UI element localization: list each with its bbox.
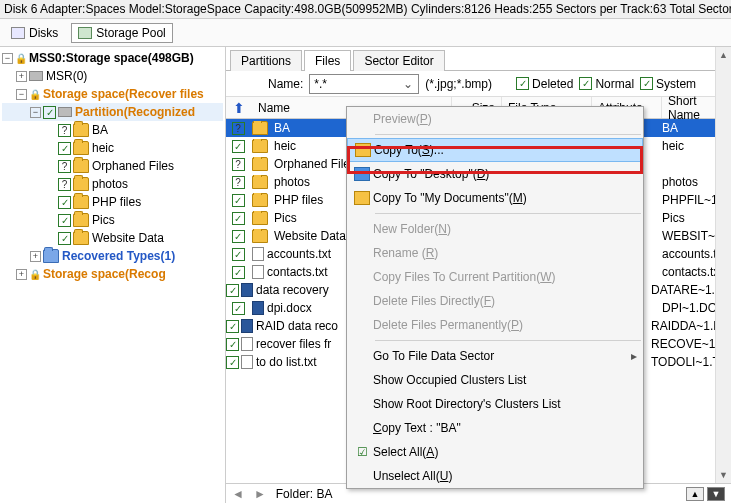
- tree-root[interactable]: −🔒MSS0:Storage space(498GB): [2, 49, 223, 67]
- disks-label: Disks: [29, 26, 58, 40]
- checkbox[interactable]: ✓: [232, 266, 245, 279]
- menu-show-occupied[interactable]: Show Occupied Clusters List: [347, 368, 643, 392]
- tree-partition[interactable]: −✓Partition(Recognized: [2, 103, 223, 121]
- checkbox[interactable]: ✓: [226, 338, 239, 351]
- file-name: Orphaned Files: [274, 157, 356, 171]
- folder-icon: [73, 195, 89, 209]
- tab-partitions[interactable]: Partitions: [230, 50, 302, 71]
- menu-rename: Rename (R): [347, 241, 643, 265]
- menu-select-all[interactable]: ☑Select All(A): [347, 440, 643, 464]
- checkbox[interactable]: ✓: [232, 194, 245, 207]
- next-icon[interactable]: ►: [254, 487, 266, 501]
- folder-icon: [73, 141, 89, 155]
- filter-bar: Name: *.*⌄ (*.jpg;*.bmp) ✓Deleted ✓Norma…: [226, 71, 731, 97]
- tree-item[interactable]: ✓Website Data: [2, 229, 223, 247]
- folder-icon: [252, 229, 268, 243]
- lock-icon: 🔒: [29, 89, 41, 100]
- checkbox[interactable]: ✓: [226, 320, 239, 333]
- tree-item[interactable]: ✓heic: [2, 139, 223, 157]
- chevron-down-icon: ⌄: [400, 77, 416, 91]
- checkbox[interactable]: ?: [58, 124, 71, 137]
- tab-sector-editor[interactable]: Sector Editor: [353, 50, 444, 71]
- name-filter-value: *.*: [314, 77, 327, 91]
- tab-files[interactable]: Files: [304, 50, 351, 71]
- system-check[interactable]: ✓System: [640, 77, 696, 91]
- sort-desc-button[interactable]: ▼: [707, 487, 725, 501]
- folder-icon: [355, 143, 371, 157]
- sort-asc-button[interactable]: ▲: [686, 487, 704, 501]
- disk-status-bar: Disk 6 Adapter:Spaces Model:StorageSpace…: [0, 0, 731, 19]
- file-icon: [241, 283, 253, 297]
- pool-icon: [78, 27, 92, 39]
- checkbox[interactable]: ✓: [232, 230, 245, 243]
- checkbox[interactable]: ?: [232, 122, 245, 135]
- menu-goto-sector[interactable]: Go To File Data Sector▸: [347, 344, 643, 368]
- folder-icon: [73, 123, 89, 137]
- file-name: Pics: [274, 211, 297, 225]
- checkbox[interactable]: ?: [232, 176, 245, 189]
- menu-copy-documents[interactable]: Copy To "My Documents"(M): [347, 186, 643, 210]
- partition-icon: [29, 71, 43, 81]
- checkbox[interactable]: ✓: [58, 142, 71, 155]
- tree-item[interactable]: ✓PHP files: [2, 193, 223, 211]
- tree-item-label: photos: [92, 177, 128, 191]
- bottom-folder-label: Folder: BA: [276, 487, 333, 501]
- checkbox[interactable]: ✓: [232, 140, 245, 153]
- tree-recovered-types[interactable]: +Recovered Types(1): [2, 247, 223, 265]
- menu-copy-text[interactable]: Copy Text : "BA": [347, 416, 643, 440]
- file-name: accounts.txt: [267, 247, 331, 261]
- checkbox[interactable]: ?: [58, 160, 71, 173]
- tree-recog[interactable]: +🔒Storage space(Recog: [2, 265, 223, 283]
- checkbox[interactable]: ✓: [232, 248, 245, 261]
- name-filter-combo[interactable]: *.*⌄: [309, 74, 419, 94]
- tree-item[interactable]: ?photos: [2, 175, 223, 193]
- scroll-up-icon[interactable]: ▲: [716, 47, 731, 63]
- tree-item-label: Pics: [92, 213, 115, 227]
- tree-recog-label: Storage space(Recog: [43, 267, 166, 281]
- menu-unselect-all[interactable]: Unselect All(U): [347, 464, 643, 488]
- checkbox[interactable]: ✓: [232, 212, 245, 225]
- checkbox[interactable]: ✓: [58, 196, 71, 209]
- checkbox[interactable]: ?: [232, 158, 245, 171]
- checkbox[interactable]: ✓: [226, 356, 239, 369]
- menu-copy-current: Copy Files To Current Partition(W): [347, 265, 643, 289]
- tree-item-label: heic: [92, 141, 114, 155]
- folder-icon: [252, 211, 268, 225]
- file-name: contacts.txt: [267, 265, 328, 279]
- scroll-down-icon[interactable]: ▼: [716, 467, 731, 483]
- deleted-check[interactable]: ✓Deleted: [516, 77, 573, 91]
- prev-icon[interactable]: ◄: [232, 487, 244, 501]
- tree-root-label: MSS0:Storage space(498GB): [29, 51, 194, 65]
- checkbox[interactable]: ✓: [58, 232, 71, 245]
- folder-icon: [354, 191, 370, 205]
- file-name: BA: [274, 121, 290, 135]
- checkbox[interactable]: ✓: [226, 284, 239, 297]
- file-icon: [241, 355, 253, 369]
- menu-delete-directly: Delete Files Directly(F): [347, 289, 643, 313]
- menu-copy-desktop[interactable]: Copy To "Desktop"(D): [347, 162, 643, 186]
- folder-icon: [43, 249, 59, 263]
- tree-item[interactable]: ?BA: [2, 121, 223, 139]
- checkbox[interactable]: ✓: [232, 302, 245, 315]
- tree-item[interactable]: ✓Pics: [2, 211, 223, 229]
- storage-pool-button[interactable]: Storage Pool: [71, 23, 172, 43]
- up-button[interactable]: ⬆: [226, 100, 252, 116]
- file-list-scrollbar[interactable]: ▲ ▼: [715, 47, 731, 483]
- menu-show-root[interactable]: Show Root Directory's Clusters List: [347, 392, 643, 416]
- checkbox[interactable]: ✓: [58, 214, 71, 227]
- filter-hint: (*.jpg;*.bmp): [425, 77, 492, 91]
- disks-button[interactable]: Disks: [4, 23, 65, 43]
- tree-msr[interactable]: +MSR(0): [2, 67, 223, 85]
- checkbox[interactable]: ✓: [43, 106, 56, 119]
- tree-recover[interactable]: −🔒Storage space(Recover files: [2, 85, 223, 103]
- desktop-icon: [354, 167, 370, 181]
- menu-delete-permanently: Delete Files Permanently(P): [347, 313, 643, 337]
- tree-item-label: Orphaned Files: [92, 159, 174, 173]
- menu-copy-to[interactable]: Copy To(S)...: [347, 138, 643, 162]
- file-name: data recovery: [256, 283, 329, 297]
- folder-icon: [73, 159, 89, 173]
- menu-preview: Preview(P): [347, 107, 643, 131]
- checkbox[interactable]: ?: [58, 178, 71, 191]
- normal-check[interactable]: ✓Normal: [579, 77, 634, 91]
- tree-item[interactable]: ?Orphaned Files: [2, 157, 223, 175]
